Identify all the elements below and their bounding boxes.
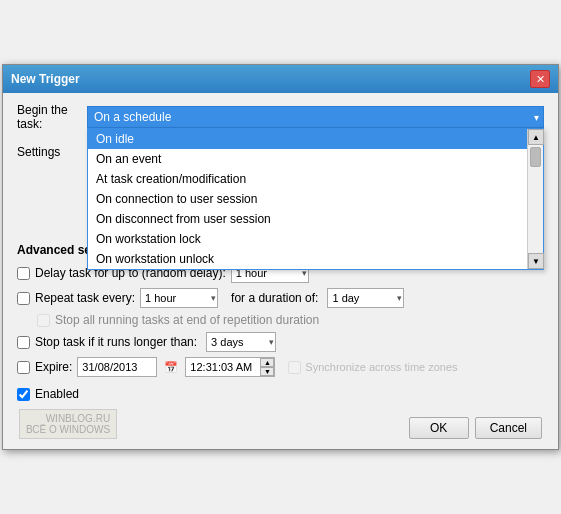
- watermark: WINBLOG.RU ВСЁ О WINDOWS: [19, 409, 117, 439]
- watermark-line1: WINBLOG.RU: [26, 413, 110, 424]
- expire-date-input[interactable]: [77, 357, 157, 377]
- dropdown-item-on-idle[interactable]: On idle: [88, 129, 543, 149]
- time-down-btn[interactable]: ▼: [260, 367, 274, 376]
- begin-task-selected-text: On a schedule: [94, 110, 171, 124]
- stop-running-checkbox[interactable]: [37, 314, 50, 327]
- stop-longer-checkbox[interactable]: [17, 336, 30, 349]
- stop-longer-select-wrapper: 3 days 1 day 7 days ▾: [206, 332, 276, 352]
- scroll-up-btn[interactable]: ▲: [528, 129, 544, 145]
- expire-label: Expire:: [35, 360, 72, 374]
- dropdown-item-on-event[interactable]: On an event: [88, 149, 543, 169]
- delay-checkbox[interactable]: [17, 267, 30, 280]
- dropdown-arrow-icon: ▾: [534, 112, 539, 123]
- settings-label: Settings: [17, 145, 87, 159]
- sync-zones-row: Synchronize across time zones: [288, 361, 457, 374]
- title-bar-controls: ✕: [530, 70, 550, 88]
- enabled-label: Enabled: [35, 387, 79, 401]
- expire-row: Expire: 📅 ▲ ▼ Synchronize across time zo…: [17, 357, 544, 377]
- dropdown-item-on-disconnect[interactable]: On disconnect from user session: [88, 209, 543, 229]
- footer-buttons: OK Cancel: [409, 417, 542, 439]
- time-up-btn[interactable]: ▲: [260, 358, 274, 367]
- duration-label: for a duration of:: [231, 291, 318, 305]
- dropdown-scrollbar: ▲ ▼: [527, 129, 543, 269]
- cancel-button[interactable]: Cancel: [475, 417, 542, 439]
- scroll-thumb: [530, 147, 541, 167]
- begin-task-dropdown: On idle On an event At task creation/mod…: [87, 128, 544, 270]
- duration-select-wrapper: 1 day Indefinitely 2 days ▾: [327, 288, 404, 308]
- sync-zones-label: Synchronize across time zones: [305, 361, 457, 373]
- stop-longer-label: Stop task if it runs longer than:: [35, 335, 197, 349]
- dropdown-item-on-lock[interactable]: On workstation lock: [88, 229, 543, 249]
- begin-task-select-wrapper: On a schedule ▾ On idle On an event At t…: [87, 106, 544, 128]
- calendar-icon[interactable]: 📅: [164, 361, 178, 374]
- begin-task-row: Begin the task: On a schedule ▾ On idle …: [17, 103, 544, 131]
- ok-button[interactable]: OK: [409, 417, 469, 439]
- watermark-line2: ВСЁ О WINDOWS: [26, 424, 110, 435]
- repeat-label: Repeat task every:: [35, 291, 135, 305]
- dropdown-item-on-unlock[interactable]: On workstation unlock: [88, 249, 543, 269]
- duration-select[interactable]: 1 day Indefinitely 2 days: [327, 288, 404, 308]
- stop-running-label: Stop all running tasks at end of repetit…: [55, 313, 319, 327]
- repeat-row: Repeat task every: 1 hour 30 minutes 2 h…: [17, 288, 544, 308]
- stop-running-row: Stop all running tasks at end of repetit…: [37, 313, 544, 327]
- begin-task-selected[interactable]: On a schedule ▾: [87, 106, 544, 128]
- dialog-window: New Trigger ✕ Begin the task: On a sched…: [2, 64, 559, 450]
- begin-task-label: Begin the task:: [17, 103, 87, 131]
- dropdown-item-on-connect[interactable]: On connection to user session: [88, 189, 543, 209]
- enabled-row: Enabled: [17, 387, 544, 401]
- repeat-select[interactable]: 1 hour 30 minutes 2 hours: [140, 288, 218, 308]
- footer-row: WINBLOG.RU ВСЁ О WINDOWS OK Cancel: [17, 409, 544, 439]
- repeat-checkbox[interactable]: [17, 292, 30, 305]
- sync-zones-checkbox[interactable]: [288, 361, 301, 374]
- scroll-track: [528, 145, 543, 253]
- scroll-down-btn[interactable]: ▼: [528, 253, 544, 269]
- dropdown-item-at-creation[interactable]: At task creation/modification: [88, 169, 543, 189]
- expire-time-wrapper: ▲ ▼: [185, 357, 275, 377]
- stop-longer-row: Stop task if it runs longer than: 3 days…: [17, 332, 544, 352]
- close-button[interactable]: ✕: [530, 70, 550, 88]
- time-spinner-btns: ▲ ▼: [260, 358, 274, 376]
- dialog-content: Begin the task: On a schedule ▾ On idle …: [3, 93, 558, 449]
- enabled-checkbox[interactable]: [17, 388, 30, 401]
- stop-longer-select[interactable]: 3 days 1 day 7 days: [206, 332, 276, 352]
- window-title: New Trigger: [11, 72, 80, 86]
- repeat-select-wrapper: 1 hour 30 minutes 2 hours ▾: [140, 288, 218, 308]
- expire-checkbox[interactable]: [17, 361, 30, 374]
- title-bar: New Trigger ✕: [3, 65, 558, 93]
